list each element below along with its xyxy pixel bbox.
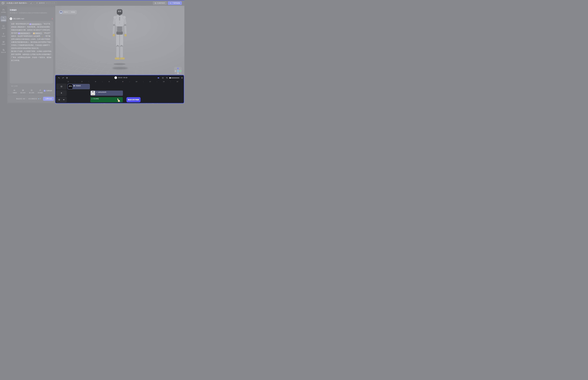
save-label: 保存时间 <box>39 2 45 4</box>
expression-tag[interactable]: 哈哈大笑(10s) <box>18 32 31 34</box>
editor-text: 我们致力于创新，大力投资于研发，以突破人机协作和机器学习的界限。创新机器人公司助… <box>11 50 52 61</box>
rename-project-button[interactable] <box>29 1 33 5</box>
person-icon <box>2 33 5 35</box>
robot-model[interactable] <box>110 9 130 66</box>
editor-tool-3[interactable]: 清空编排 <box>37 89 44 94</box>
sidebar-item-label: 音频编排 <box>1 19 6 21</box>
page-bottom-strip <box>0 103 184 104</box>
sidebar-item-4[interactable]: 音频库 <box>0 40 7 46</box>
model-edition: 青春版 <box>71 11 75 13</box>
project-title: A1机器人动作-我的项目1 <box>7 2 27 4</box>
sidebar-item-5[interactable]: 我的任务 <box>0 48 7 54</box>
merge-save-label: 合成并保存 <box>157 2 165 4</box>
expression-tag-icon <box>29 23 31 25</box>
musiccard-icon <box>22 89 24 91</box>
rhythm-checkbox[interactable] <box>44 90 46 92</box>
sidebar-item-3[interactable]: 动作库 <box>0 32 7 38</box>
editor-toolbar: 一键编排插入动作插入表情清空编排 <box>11 89 44 94</box>
sidebar-item-label: 我的任务 <box>1 52 6 53</box>
sidebar-item-label: 动作库 <box>2 36 5 37</box>
audio-file-row: 默认名称1.mp3 <box>10 17 53 21</box>
remove-tag-icon[interactable] <box>41 33 42 34</box>
tag-label: 弯腰(5s) <box>35 33 40 34</box>
expression-clip[interactable]: 害羞微笑 <box>68 84 90 89</box>
sidebar-item-label: 音频库 <box>2 44 5 45</box>
generate-now-button[interactable]: 立即生成 <box>43 97 54 101</box>
sidebar-item-2[interactable]: 表情库 <box>0 24 7 30</box>
robot-download-icon <box>170 2 172 4</box>
action-thumbnail <box>91 91 95 95</box>
model-name: 灵犀X2 <box>64 11 68 13</box>
save-status: 保存时间 26/01/03 12:01 <box>35 1 57 5</box>
tag-label: 哈哈大笑(10s) <box>32 23 40 25</box>
merge-save-button[interactable]: 合成并保存 <box>153 1 167 5</box>
editor-tool-2[interactable]: 插入表情 <box>28 89 35 94</box>
gizmo-y-axis[interactable]: Y <box>177 70 179 72</box>
cost-gems-label: 本次消耗灵石 <box>28 98 37 100</box>
gizmo-neg-x-dot <box>175 70 176 72</box>
timeline-panel: 00:00 / 00:30 0f2f4f6f8f10f12f14f16f <box>55 75 184 103</box>
top-accent-bar <box>0 0 184 0</box>
editor-text: 用于物流和仓储的自主移动机器人 (AMR)，以及为医疗和酒店业量身定制的服务机器… <box>11 35 52 49</box>
action-tag[interactable]: 弯腰(5s) <box>33 32 42 34</box>
span-bracket: 」 <box>42 35 44 37</box>
editor-tool-1[interactable]: 插入动作 <box>19 89 26 94</box>
face-icon <box>60 85 62 88</box>
span-bracket: 「 <box>43 32 44 34</box>
pencil-icon <box>30 2 32 4</box>
floppy-icon <box>155 2 156 4</box>
cost-gems-value: 0 <box>40 98 41 100</box>
remove-tag-icon[interactable] <box>29 33 30 34</box>
footer-divider <box>27 98 27 100</box>
action-clip-label: 超帅走路姿势 <box>98 91 106 93</box>
gizmo-neg-z-dot <box>177 72 179 74</box>
span-bracket: 「 <box>42 23 44 25</box>
play-audio-button[interactable] <box>10 18 12 20</box>
expression-track-header[interactable] <box>56 83 67 90</box>
deploy-to-device-button[interactable]: 下发到设备 <box>168 1 182 5</box>
gem-icon <box>38 98 39 100</box>
delete-audio-icon[interactable] <box>52 18 53 20</box>
span-bracket: 」 <box>35 26 37 28</box>
axis-gizmo[interactable]: Z Y X <box>174 67 182 74</box>
sparkle-icon <box>2 17 5 19</box>
panel-footer: 剩余灵石 300 本次消耗灵石 0 立即生成 <box>8 95 55 102</box>
editor-text: 这是一家全球领先的公司 <box>11 23 29 25</box>
action-track-header[interactable] <box>56 90 67 96</box>
sidebar-item-1[interactable]: 音频编排 <box>0 16 7 22</box>
audio-clip-label: 官方声音 <box>93 98 99 100</box>
panel-subtitle: 通过音频处理，生成音频素材以及融合动作和表情的音频编排素材 <box>10 12 53 14</box>
rhythm-label: 韵律动作 <box>46 90 52 92</box>
gizmo-z-axis[interactable]: Z <box>177 67 179 69</box>
disc-icon <box>58 99 60 101</box>
robot-avatar <box>59 11 62 14</box>
tasks-icon <box>2 49 5 51</box>
editor-tool-0[interactable]: 一键编排 <box>11 89 18 94</box>
audio-arrange-panel: 音频编排 通过音频处理，生成音频素材以及融合动作和表情的音频编排素材 默认名称1… <box>8 7 55 94</box>
script-editor[interactable]: 这是一家全球领先的公司哈哈大笑(10s)「专注于先进机器人系统的设计、制造和部署… <box>10 21 53 83</box>
sidebar-item-label: 动作模仿 <box>1 12 6 13</box>
remaining-gems-label: 剩余灵石 <box>16 98 22 100</box>
editor-text: 我们提供 <box>11 32 18 34</box>
sidebar-item-label: 表情库 <box>2 28 5 29</box>
sidebar-item-0[interactable]: 动作模仿 <box>0 8 7 14</box>
panel-title: 音频编排 <box>10 9 55 11</box>
walking-person-icon <box>96 92 98 93</box>
speaker-icon <box>63 99 65 101</box>
top-bar: A1机器人动作-我的项目1 保存时间 26/01/03 12:01 <box>0 0 184 6</box>
expression-tag-icon <box>18 33 20 34</box>
model-badge[interactable]: 灵犀X2 青春版 <box>59 10 77 14</box>
drag-tooltip: 鼠标长按并拖拽 <box>126 97 140 102</box>
smiley-icon <box>73 85 75 87</box>
audio-track-header[interactable] <box>56 97 67 103</box>
gizmo-x-axis[interactable]: X <box>180 70 181 72</box>
deploy-label: 下发到设备 <box>172 2 180 4</box>
music-note-icon <box>91 98 93 100</box>
editor-tool-label: 插入动作 <box>20 92 26 94</box>
action-clip[interactable]: 超帅走路姿势 <box>90 91 123 96</box>
span-bracket: 「 <box>31 32 33 34</box>
expression-tag[interactable]: 哈哈大笑(10s) <box>29 23 42 25</box>
remove-tag-icon[interactable] <box>40 24 41 25</box>
face-icon <box>2 25 5 27</box>
top-bar-actions: 合成并保存 下发到设备 <box>153 1 182 5</box>
